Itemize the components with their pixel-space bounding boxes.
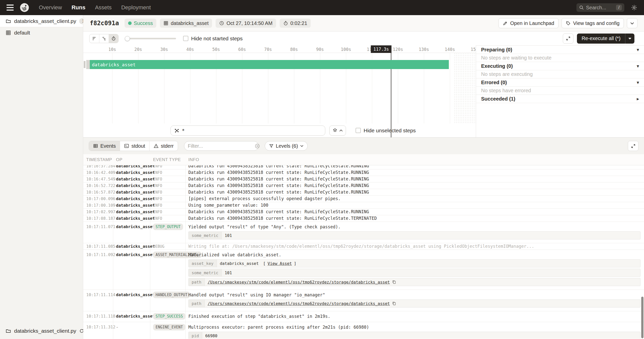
nav-link-runs[interactable]: Runs: [72, 4, 85, 11]
levels-dropdown-button[interactable]: Levels (6): [265, 141, 308, 151]
chevron-down-icon[interactable]: ▾: [637, 80, 639, 85]
log-row[interactable]: 10:16:57.872databricks_assetINFODatabric…: [83, 189, 644, 196]
log-toolbar: Eventsstdoutstderr Levels (6): [83, 138, 644, 154]
event-type-text: INFO: [153, 203, 162, 208]
gantt-chart: 10s20s30s40s50s60s70s80s90s100s110s120s1…: [83, 45, 476, 137]
log-op: databricks_asset: [113, 165, 150, 169]
chevron-down-icon[interactable]: ▾: [637, 64, 639, 69]
reexecute-dropdown-caret[interactable]: [625, 34, 634, 44]
nav-link-assets[interactable]: Assets: [95, 4, 112, 11]
settings-gear-icon[interactable]: [631, 4, 637, 11]
log-event-type: INFO: [150, 165, 185, 169]
log-row[interactable]: 10:17:00.109databricks_assetINFOUsing so…: [83, 202, 644, 209]
metadata-path-link[interactable]: /Users/smackesey/stm/code/elementl/oss/t…: [208, 301, 390, 306]
step-section-title: Executing (0): [481, 63, 513, 69]
gridline: [450, 53, 450, 124]
log-filter-input[interactable]: [188, 143, 255, 149]
job-name-tag[interactable]: databricks_asset: [160, 19, 212, 28]
view-asset-link[interactable]: View Asset: [268, 261, 292, 266]
step-section-empty-text: No steps are executing: [476, 70, 644, 78]
log-timestamp: 10:17:11.114: [83, 292, 113, 309]
step-selector-input[interactable]: [182, 128, 321, 133]
step-section-preparing[interactable]: Preparing (0)▾: [476, 46, 644, 54]
copy-icon[interactable]: [392, 301, 396, 306]
log-op: databricks_asset: [113, 202, 150, 208]
log-timestamp: 10:17:11.312: [83, 324, 113, 339]
log-filter[interactable]: [184, 141, 259, 151]
copy-icon[interactable]: [392, 280, 396, 284]
event-type-text: DEBUG: [153, 244, 164, 249]
job-grid-icon: [163, 21, 168, 26]
log-timestamp: 10:17:00.109: [83, 202, 113, 208]
log-row[interactable]: 10:17:11.312-ENGINE_EVENTMultiprocess ex…: [83, 322, 644, 339]
slider-knob[interactable]: [125, 36, 130, 41]
log-op: databricks_asset: [113, 243, 150, 250]
nav-link-deployment[interactable]: Deployment: [121, 4, 151, 11]
sidebar-item-default[interactable]: default: [0, 27, 83, 38]
metadata-tag-value: 66980: [202, 332, 220, 339]
gantt-fullscreen-button[interactable]: [563, 34, 573, 44]
hide-not-started-checkbox[interactable]: [183, 36, 188, 41]
gantt-step-bar[interactable]: databricks_asset: [90, 60, 449, 69]
step-section-executing[interactable]: Executing (0)▾: [476, 62, 644, 70]
pencil-icon: [503, 21, 508, 26]
open-in-launchpad-button[interactable]: Open in Launchpad: [499, 18, 559, 28]
view-tags-config-button[interactable]: View tags and config: [562, 18, 624, 28]
metadata-tag-label: path: [189, 300, 205, 307]
log-timestamp: 10:17:11.085: [83, 243, 113, 250]
tab-stdout[interactable]: stdout: [120, 141, 149, 151]
log-row[interactable]: 10:17:11.071databricks_assetSTEP_OUTPUTY…: [83, 222, 644, 243]
view-mode-flat-icon[interactable]: [90, 34, 99, 43]
gantt-axis: 10s20s30s40s50s60s70s80s90s100s110s120s1…: [83, 45, 476, 53]
log-info-text: Databricks run 43009438525818 current st…: [188, 176, 640, 182]
log-scrollbar-thumb[interactable]: [641, 297, 643, 338]
log-row[interactable]: 10:17:11.118databricks_assetSTEP_SUCCESS…: [83, 311, 644, 322]
axis-tick: 40s: [186, 47, 194, 52]
log-info-cell: Yielded output "result" of type "Any". (…: [185, 224, 644, 241]
log-row[interactable]: 10:17:11.085databricks_assetDEBUGWriting…: [83, 243, 644, 250]
tab-events[interactable]: Events: [89, 141, 120, 151]
chevron-down-icon[interactable]: ▾: [637, 47, 639, 52]
log-row[interactable]: 10:17:11.114databricks_assetHANDLED_OUTP…: [83, 290, 644, 311]
left-sidebar: databricks_asset_client.py1default datab…: [0, 15, 83, 339]
nav-link-overview[interactable]: Overview: [39, 4, 62, 11]
metadata-path-link[interactable]: /Users/smackesey/stm/code/elementl/oss/t…: [208, 280, 390, 285]
log-row[interactable]: 10:16:47.549databricks_assetINFODatabric…: [83, 176, 644, 182]
reexecute-all-button[interactable]: Re-execute all (*): [577, 34, 634, 44]
axis-tick: 150s: [471, 47, 476, 52]
log-timestamp: 10:16:37.284: [83, 165, 113, 169]
log-row[interactable]: 10:17:02.997databricks_assetINFODatabric…: [83, 209, 644, 215]
log-row[interactable]: 10:16:42.409databricks_assetINFODatabric…: [83, 169, 644, 176]
log-row[interactable]: 10:17:08.187databricks_assetINFODatabric…: [83, 215, 644, 222]
log-timestamp: 10:17:02.997: [83, 209, 113, 215]
hide-unselected-checkbox[interactable]: [356, 128, 361, 133]
view-mode-timed-icon[interactable]: [109, 34, 118, 43]
log-info-text: [pipes] external process successfully op…: [188, 196, 640, 202]
log-fullscreen-button[interactable]: [628, 141, 638, 151]
dagster-logo-icon[interactable]: [20, 3, 29, 12]
event-type-text: INFO: [153, 197, 162, 201]
step-selector[interactable]: [170, 126, 325, 136]
step-section-title: Succeeded (1): [481, 96, 515, 102]
tab-stderr[interactable]: stderr: [149, 141, 178, 151]
run-actions-dropdown-button[interactable]: [627, 18, 637, 28]
search-input[interactable]: Search... /: [576, 3, 624, 12]
hamburger-menu-icon[interactable]: [7, 5, 14, 11]
log-row[interactable]: 10:16:52.722databricks_assetINFODatabric…: [83, 182, 644, 189]
step-query-options-button[interactable]: [329, 126, 346, 136]
log-row[interactable]: 10:17:00.096databricks_assetINFO[pipes] …: [83, 196, 644, 202]
log-row[interactable]: 10:17:11.092databricks_assetASSET_MATERI…: [83, 250, 644, 290]
step-section-errored[interactable]: Errored (0)▾: [476, 78, 644, 87]
gantt-section: Hide not started steps Re-execute all (*…: [83, 32, 644, 137]
metadata-value-text: 101: [225, 270, 232, 275]
gantt-zoom-slider[interactable]: [126, 38, 176, 39]
sidebar-item-databricks-asset-client-py[interactable]: databricks_asset_client.py1: [0, 15, 83, 27]
clear-filter-icon[interactable]: [255, 143, 260, 149]
step-section-succeeded[interactable]: Succeeded (1)▸: [476, 95, 644, 103]
chevron-right-icon[interactable]: ▸: [637, 96, 639, 102]
log-op: databricks_asset: [113, 189, 150, 195]
view-mode-waterfall-icon[interactable]: [99, 34, 109, 43]
event-type-badge: HANDLED_OUTPUT: [153, 292, 190, 298]
log-row[interactable]: 10:16:37.284databricks_assetINFODatabric…: [83, 165, 644, 169]
sidebar-bottom-code-location[interactable]: databricks_asset_client.py: [0, 326, 83, 336]
